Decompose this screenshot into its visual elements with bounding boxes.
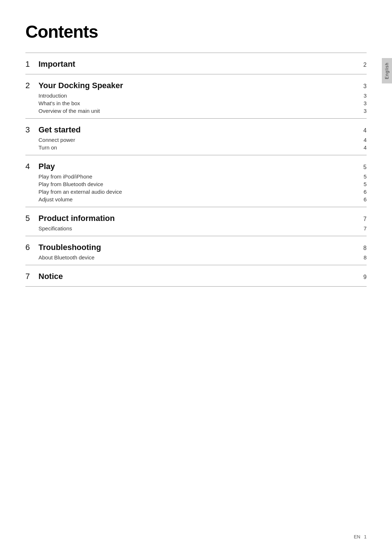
section-number-1: 1 [25, 59, 33, 69]
toc-section-4: 4Play5Play from iPod/iPhone5Play from Bl… [25, 155, 367, 207]
sub-title-4-3: Adjust volume [38, 196, 73, 202]
sub-title-5-0: Specifications [38, 225, 72, 231]
toc-header-left-3: 3Get started [25, 125, 81, 135]
sub-page-4-3: 6 [364, 196, 367, 202]
section-page-5: 7 [363, 216, 367, 222]
section-number-2: 2 [25, 81, 33, 90]
sub-title-4-2: Play from an external audio device [38, 189, 122, 195]
toc-section-1: 1Important2 [25, 53, 367, 74]
sub-page-4-2: 6 [364, 189, 367, 195]
sub-page-5-0: 7 [364, 225, 367, 231]
section-title-3: Get started [38, 125, 81, 135]
sub-title-6-0: About Bluetooth device [38, 254, 94, 260]
section-divider-final [25, 286, 367, 287]
sub-page-4-1: 5 [364, 181, 367, 187]
toc-header-left-7: 7Notice [25, 272, 63, 281]
sub-title-4-0: Play from iPod/iPhone [38, 173, 92, 180]
sub-title-2-2: Overview of the main unit [38, 108, 100, 114]
toc-header-left-2: 2Your Docking Speaker [25, 81, 123, 90]
sub-row-3-0: Connect power4 [25, 136, 367, 144]
toc-header-left-6: 6Troubleshooting [25, 243, 101, 252]
toc-header-row-2: 2Your Docking Speaker3 [25, 81, 367, 90]
section-number-7: 7 [25, 272, 33, 281]
sub-page-4-0: 5 [364, 173, 367, 180]
section-page-2: 3 [363, 83, 367, 90]
toc-header-row-5: 5Product information7 [25, 214, 367, 223]
toc-section-6: 6Troubleshooting8About Bluetooth device8 [25, 236, 367, 265]
toc-section-3: 3Get started4Connect power4Turn on4 [25, 119, 367, 155]
section-number-4: 4 [25, 162, 33, 171]
sub-row-4-3: Adjust volume6 [25, 196, 367, 203]
page-title: Contents [25, 22, 367, 42]
sub-row-4-1: Play from Bluetooth device5 [25, 180, 367, 188]
section-title-2: Your Docking Speaker [38, 81, 123, 90]
toc-header-left-5: 5Product information [25, 214, 115, 223]
section-title-6: Troubleshooting [38, 243, 101, 252]
sub-page-3-1: 4 [364, 144, 367, 151]
toc-header-row-7: 7Notice9 [25, 272, 367, 281]
section-title-4: Play [38, 162, 55, 171]
side-tab-label: English [384, 62, 389, 79]
sub-page-2-0: 3 [364, 93, 367, 99]
section-number-5: 5 [25, 214, 33, 223]
sub-row-4-0: Play from iPod/iPhone5 [25, 173, 367, 180]
sub-row-3-1: Turn on4 [25, 144, 367, 151]
toc-section-5: 5Product information7Specifications7 [25, 207, 367, 236]
section-page-7: 9 [363, 274, 367, 280]
toc-header-left-1: 1Important [25, 59, 75, 69]
section-page-6: 8 [363, 245, 367, 251]
section-page-4: 5 [363, 164, 367, 171]
sub-title-2-0: Introduction [38, 93, 67, 99]
footer-lang: EN [354, 534, 360, 539]
sub-page-6-0: 8 [364, 254, 367, 260]
section-number-6: 6 [25, 243, 33, 252]
footer-page: 1 [364, 534, 367, 539]
section-number-3: 3 [25, 125, 33, 135]
toc-header-row-1: 1Important2 [25, 59, 367, 69]
page-container: English Contents 1Important22Your Dockin… [0, 0, 392, 554]
sub-row-2-2: Overview of the main unit3 [25, 107, 367, 115]
toc-header-row-4: 4Play5 [25, 162, 367, 171]
sub-row-2-1: What's in the box3 [25, 99, 367, 107]
sub-row-2-0: Introduction3 [25, 92, 367, 99]
section-title-1: Important [38, 59, 75, 69]
sub-title-3-0: Connect power [38, 137, 75, 143]
sub-row-4-2: Play from an external audio device6 [25, 188, 367, 196]
sub-title-2-1: What's in the box [38, 100, 80, 106]
sub-title-3-1: Turn on [38, 144, 57, 151]
sub-page-2-1: 3 [364, 100, 367, 106]
side-tab: English [382, 58, 392, 83]
page-footer: EN 1 [354, 534, 367, 539]
toc-section-2: 2Your Docking Speaker3Introduction3What'… [25, 74, 367, 118]
toc-header-left-4: 4Play [25, 162, 55, 171]
sub-page-3-0: 4 [364, 137, 367, 143]
sub-title-4-1: Play from Bluetooth device [38, 181, 103, 187]
toc-header-row-3: 3Get started4 [25, 125, 367, 135]
sub-row-5-0: Specifications7 [25, 225, 367, 232]
section-page-1: 2 [363, 62, 367, 68]
toc-header-row-6: 6Troubleshooting8 [25, 243, 367, 252]
toc-container: 1Important22Your Docking Speaker3Introdu… [25, 53, 367, 287]
sub-page-2-2: 3 [364, 108, 367, 114]
section-title-5: Product information [38, 214, 115, 223]
sub-row-6-0: About Bluetooth device8 [25, 254, 367, 261]
section-page-3: 4 [363, 127, 367, 134]
section-title-7: Notice [38, 272, 63, 281]
toc-section-7: 7Notice9 [25, 265, 367, 286]
